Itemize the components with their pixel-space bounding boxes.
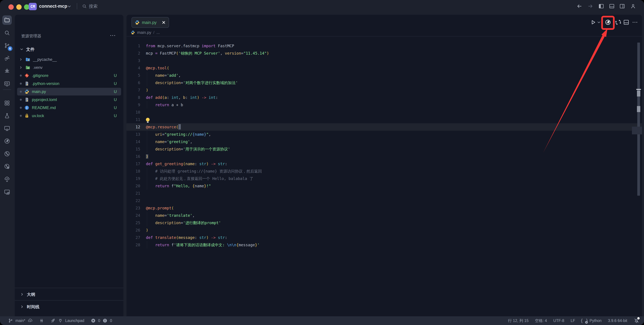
line-number: 12: [126, 123, 140, 131]
search-box[interactable]: 搜索: [82, 0, 98, 12]
code-line-22[interactable]: 22: [126, 197, 642, 204]
breadcrumb-file[interactable]: main.py: [137, 30, 151, 35]
toggle-panel-button[interactable]: [609, 3, 615, 9]
code-line-3[interactable]: 3: [126, 57, 642, 64]
editor-more-actions-icon[interactable]: [632, 19, 638, 25]
activity-item-apps[interactable]: [2, 98, 12, 108]
code-line-10[interactable]: 10: [126, 109, 642, 116]
code-line-1[interactable]: 1from mcp.server.fastmcp import FastMCP: [126, 42, 642, 50]
line-number: 25: [126, 219, 140, 227]
indentation-status[interactable]: 空格: 4: [535, 318, 547, 323]
python-runtime-status[interactable]: 3.9.6 64-bit: [608, 319, 627, 323]
activity-item-extension-eye[interactable]: [2, 54, 12, 63]
cursor-position-status[interactable]: 行 12, 列 15: [508, 318, 528, 323]
activity-item-todo-tree[interactable]: [2, 175, 12, 184]
code-line-28[interactable]: 28 return f'请将下面的话语翻译成中文: \n\n{message}': [126, 241, 642, 249]
python-icon: [24, 89, 30, 94]
timeline-section-header[interactable]: 时间线: [15, 300, 124, 313]
openmcp-button[interactable]: [605, 19, 611, 25]
outline-section-header[interactable]: 大纲: [15, 288, 124, 301]
python-file-icon: [134, 20, 140, 25]
code-line-2[interactable]: 2mcp = FastMCP('锦恢的 MCP Server', version…: [126, 50, 642, 57]
toggle-secondary-sidebar-button[interactable]: [619, 3, 625, 9]
tab-main-py[interactable]: main.py: [132, 17, 169, 28]
code-line-25[interactable]: 25 description='进行翻译的prompt': [126, 219, 642, 227]
code-line-8[interactable]: 8def add(a: int, b: int) -> int:: [126, 94, 642, 101]
eol-status[interactable]: LF: [570, 319, 575, 323]
activity-item-commit-graph[interactable]: [2, 149, 12, 158]
activity-item-source-control[interactable]: 6: [2, 41, 12, 50]
lightbulb-icon[interactable]: [146, 118, 150, 121]
code-line-5[interactable]: 5 name='add',: [126, 72, 642, 79]
git-branch-status[interactable]: main*: [8, 318, 33, 323]
file-row-README-md[interactable]: README.mdU: [17, 104, 121, 112]
code-line-16[interactable]: 16): [126, 153, 642, 160]
minimize-window-button[interactable]: [16, 4, 22, 10]
file-row-pyproject-toml[interactable]: pyproject.tomlU: [17, 96, 121, 103]
code-line-9[interactable]: 9 return a + b: [126, 101, 642, 109]
code-line-19[interactable]: 19 # 此处方便起见，直接返回一个 Hello, balabala 了: [126, 175, 642, 182]
code-line-7[interactable]: 7): [126, 86, 642, 94]
code-line-14[interactable]: 14 name='greeting',: [126, 138, 642, 145]
code-line-20[interactable]: 20 return f"Hello, {name}!": [126, 182, 642, 190]
more-actions-icon[interactable]: [109, 32, 116, 39]
code-line-24[interactable]: 24 name='translate',: [126, 212, 642, 219]
file-row--python-version[interactable]: .python-versionU: [17, 80, 121, 87]
code-line-12[interactable]: 12@mcp.resource(: [126, 123, 642, 131]
code-line-18[interactable]: 18 # 访问处理 greeting://{name} 资源访问协议，然后返回: [126, 168, 642, 175]
forward-button[interactable]: [587, 3, 593, 9]
code-line-6[interactable]: 6 description='对两个数字进行实数域的加法': [126, 79, 642, 86]
code-line-23[interactable]: 23@mcp.prompt(: [126, 204, 642, 212]
run-button[interactable]: [590, 19, 596, 25]
encoding-status[interactable]: UTF-8: [553, 319, 564, 323]
files-section-header[interactable]: 文件: [20, 45, 120, 53]
workspace-title[interactable]: connect-mcp: [39, 0, 67, 12]
run-dropdown-icon[interactable]: [596, 19, 601, 25]
activity-item-search[interactable]: [2, 28, 12, 37]
activity-item-git-web[interactable]: [2, 162, 12, 171]
activity-item-live-preview[interactable]: [2, 124, 12, 133]
file-row-uv-lock[interactable]: uv.lockU: [17, 112, 121, 120]
activity-item-remote-x[interactable]: [2, 187, 12, 197]
activity-item-remote-terminal[interactable]: [2, 79, 12, 88]
line-number: 14: [126, 138, 140, 145]
publish-icon[interactable]: [28, 318, 33, 323]
toggle-sidebar-button[interactable]: [598, 3, 604, 9]
activity-item-debug[interactable]: [2, 66, 12, 76]
code-line-13[interactable]: 13 uri="greeting://{name}",: [126, 131, 642, 138]
code-line-27[interactable]: 27def translate(message: str) -> str:: [126, 234, 642, 241]
split-editor-button[interactable]: [623, 19, 630, 25]
file-row--venv[interactable]: .venv: [17, 64, 121, 71]
graph-status[interactable]: [39, 318, 44, 323]
compare-changes-button[interactable]: [615, 19, 621, 25]
code-line-4[interactable]: 4@mcp.tool(: [126, 64, 642, 72]
back-button[interactable]: [576, 3, 582, 9]
problems-status[interactable]: 0 0: [91, 318, 112, 323]
code-line-15[interactable]: 15 description='用于演示的一个资源协议': [126, 145, 642, 153]
close-tab-icon[interactable]: [161, 20, 166, 25]
activity-item-openmcp[interactable]: [2, 136, 12, 146]
code-area[interactable]: 1from mcp.server.fastmcp import FastMCP2…: [126, 42, 642, 249]
code-line-21[interactable]: 21: [126, 190, 642, 197]
chevron-right-icon: [19, 65, 23, 69]
activity-item-test[interactable]: [2, 111, 12, 120]
line-number: 28: [126, 241, 140, 249]
code-line-11[interactable]: 11: [126, 116, 642, 123]
chevron-down-icon[interactable]: [67, 4, 72, 9]
file-row--gitignore[interactable]: .gitignoreU: [17, 72, 121, 79]
code-line-17[interactable]: 17def get_greeting(name: str) -> str:: [126, 160, 642, 168]
activity-item-explorer[interactable]: [2, 15, 12, 25]
file-row-main-py[interactable]: main.pyU: [17, 88, 121, 95]
close-window-button[interactable]: [8, 4, 14, 10]
notifications-status[interactable]: [634, 318, 639, 324]
editor-scrollbar[interactable]: [637, 42, 640, 196]
launchpad-status[interactable]: Launchpad: [50, 318, 84, 323]
account-icon[interactable]: [630, 3, 636, 9]
file-row--pycache-[interactable]: __pycache__: [17, 56, 121, 63]
file-dot-icon: [20, 83, 22, 85]
breadcrumb[interactable]: main.py / ...: [130, 29, 160, 36]
code-line-26[interactable]: 26): [126, 227, 642, 234]
language-status[interactable]: { }× Python: [582, 318, 602, 323]
vscode-window: CM connect-mcp 搜索 6 资源管理器 文件 __pycache__…: [0, 0, 644, 325]
breadcrumb-more[interactable]: ...: [156, 30, 160, 35]
